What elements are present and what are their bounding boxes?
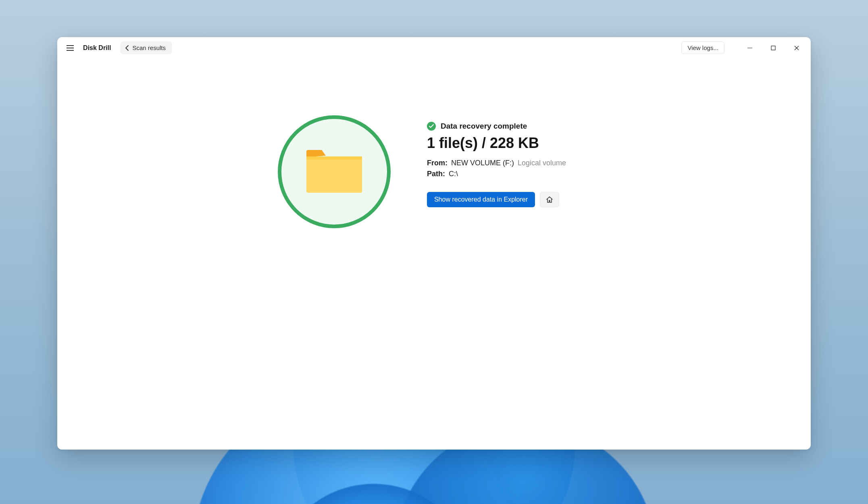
- minimize-button[interactable]: [738, 37, 762, 59]
- main-content: Data recovery complete 1 file(s) / 228 K…: [57, 59, 811, 450]
- status-line: Data recovery complete: [427, 122, 566, 131]
- close-icon: [794, 46, 799, 50]
- action-row: Show recovered data in Explorer: [427, 192, 566, 207]
- view-logs-button[interactable]: View logs...: [681, 42, 724, 54]
- svg-rect-0: [771, 46, 775, 50]
- show-in-explorer-button[interactable]: Show recovered data in Explorer: [427, 192, 535, 207]
- success-check-icon: [427, 122, 436, 131]
- home-button[interactable]: [540, 192, 559, 207]
- path-value: C:\: [449, 170, 458, 178]
- svg-rect-1: [306, 156, 362, 193]
- path-label: Path:: [427, 170, 445, 178]
- maximize-button[interactable]: [762, 37, 785, 59]
- back-button[interactable]: Scan results: [121, 42, 172, 54]
- result-headline: 1 file(s) / 228 KB: [427, 135, 566, 152]
- close-button[interactable]: [785, 37, 808, 59]
- folder-icon: [304, 148, 364, 196]
- from-detail: Logical volume: [518, 159, 566, 167]
- maximize-icon: [771, 46, 776, 50]
- from-row: From: NEW VOLUME (F:) Logical volume: [427, 159, 566, 167]
- window-controls: [738, 37, 808, 59]
- svg-rect-2: [306, 156, 362, 160]
- back-button-label: Scan results: [132, 44, 166, 51]
- hamburger-icon: [67, 45, 74, 51]
- app-window: Disk Drill Scan results View logs...: [57, 37, 811, 450]
- menu-button[interactable]: [65, 42, 76, 54]
- from-value: NEW VOLUME (F:): [451, 159, 514, 167]
- from-label: From:: [427, 159, 448, 167]
- minimize-icon: [747, 46, 752, 50]
- success-folder-badge: [278, 115, 391, 228]
- chevron-left-icon: [125, 45, 129, 51]
- path-row: Path: C:\: [427, 170, 566, 178]
- titlebar: Disk Drill Scan results View logs...: [57, 37, 811, 59]
- status-text: Data recovery complete: [441, 122, 527, 131]
- app-title: Disk Drill: [83, 44, 111, 52]
- home-icon: [545, 196, 554, 204]
- result-info: Data recovery complete 1 file(s) / 228 K…: [427, 115, 566, 207]
